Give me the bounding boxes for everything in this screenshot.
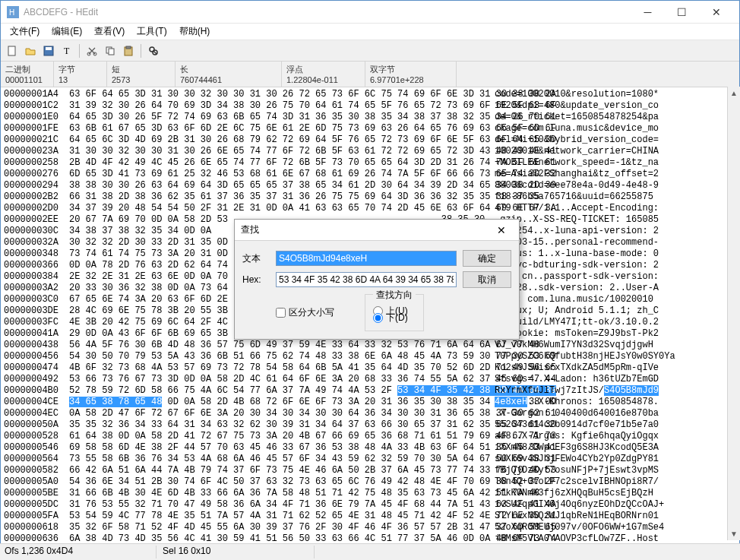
hex-row[interactable]: 000000045654 30 50 70 79 53 5A 43 36 6B … — [4, 351, 736, 362]
info-binary: 二进制00001101 — [1, 62, 54, 87]
minimize-button[interactable]: ─ — [631, 2, 665, 23]
copy-icon[interactable] — [102, 43, 119, 59]
dialog-titlebar[interactable]: 查找 ✕ — [235, 220, 519, 241]
hex-row[interactable]: 000000061835 32 6F 58 71 52 4F 4D 45 55 … — [4, 522, 736, 533]
dialog-title: 查找 — [241, 223, 490, 236]
hex-row[interactable]: 00000005FA53 54 59 4C 77 78 4E 35 51 7A … — [4, 511, 736, 522]
window-title: ABCDEFG - HEdit — [24, 7, 98, 17]
hex-row[interactable]: 000000023A31 30 30 32 30 30 31 30 26 6E … — [4, 146, 736, 157]
svg-text:T: T — [64, 46, 70, 56]
app-icon: H — [7, 6, 19, 18]
hex-row[interactable]: 00000004B052 78 59 72 6D 58 66 75 4A 6C … — [4, 385, 736, 397]
titlebar: H ABCDEFG - HEdit ─ ☐ ✕ — [1, 1, 739, 24]
paste-icon[interactable] — [120, 43, 137, 59]
vertical-scrollbar[interactable]: ▲ ▼ — [727, 87, 740, 540]
info-bar: 二进制00001101 字节13 短2573 长760744461 浮点1.22… — [1, 62, 739, 87]
info-long: 长760744461 — [176, 62, 282, 87]
menu-help[interactable]: 帮助(H) — [173, 24, 217, 40]
hex-row[interactable]: 000000021C64 65 6C 3D 4D 69 2B 31 30 26 … — [4, 134, 736, 146]
close-button[interactable]: ✕ — [699, 2, 733, 23]
hex-row[interactable]: 00000005DC31 76 53 55 32 71 70 47 49 58 … — [4, 499, 736, 511]
hex-row[interactable]: 00000001E064 65 3D 30 26 5F 72 74 69 63 … — [4, 112, 736, 123]
find-hex-label: Hex: — [242, 274, 276, 285]
dialog-close-button[interactable]: ✕ — [490, 222, 513, 239]
hex-row[interactable]: 00000001C231 39 32 30 26 64 70 69 3D 34 … — [4, 100, 736, 112]
info-double: 双字节6.97701e+228 — [365, 62, 457, 87]
find-hex-input[interactable] — [276, 272, 457, 287]
hex-row[interactable]: 00000004CE34 65 38 78 65 48 0D 0A 58 2D … — [4, 397, 736, 408]
menubar: 文件(F) 编辑(E) 查看(V) 工具(T) 帮助(H) — [1, 24, 739, 40]
find-cancel-button[interactable]: 取消 — [463, 271, 511, 288]
svg-rect-4 — [46, 47, 52, 50]
hex-row[interactable]: 00000005A054 36 6E 34 51 2B 30 74 6F 4C … — [4, 476, 736, 488]
hex-row[interactable]: 000000056473 55 58 6B 36 76 34 53 4A 68 … — [4, 454, 736, 465]
scroll-up-arrow[interactable]: ▲ — [728, 87, 740, 100]
hex-row[interactable]: 00000001FE63 6B 61 67 65 3D 63 6F 6D 2E … — [4, 123, 736, 134]
hex-row[interactable]: 00000005BE31 66 6B 4B 30 4E 6D 4B 33 66 … — [4, 488, 736, 499]
hex-row[interactable]: 00000004744B 6F 32 73 68 4A 53 57 69 73 … — [4, 362, 736, 374]
find-ok-button[interactable]: 确定 — [463, 250, 511, 267]
open-file-icon[interactable] — [22, 43, 39, 59]
find-text-input[interactable] — [276, 251, 457, 266]
hex-row[interactable]: 00000004EC0A 58 2D 47 6F 72 67 6F 6E 3A … — [4, 408, 736, 419]
hex-row[interactable]: 000000052861 64 38 0D 0A 58 2D 41 72 67 … — [4, 431, 736, 442]
info-byte: 字节13 — [54, 62, 107, 87]
svg-rect-11 — [126, 46, 131, 49]
svg-rect-2 — [8, 46, 15, 55]
hex-row[interactable]: 00000002B266 31 38 2D 38 36 62 35 61 37 … — [4, 191, 736, 203]
svg-text:H: H — [9, 8, 14, 17]
hex-row[interactable]: 000000054669 58 58 6D 4E 38 2F 44 57 70 … — [4, 442, 736, 454]
menu-view[interactable]: 查看(V) — [88, 24, 131, 40]
status-offset: Ofs 1,236 0x4D4 — [5, 546, 157, 558]
scroll-down-arrow[interactable]: ▼ — [728, 527, 740, 540]
maximize-button[interactable]: ☐ — [665, 2, 699, 23]
find-dialog: 查找 ✕ 文本 确定 Hex: 取消 区分大小写 查找方向 上(U) 下(D) — [234, 219, 520, 340]
menu-tools[interactable]: 工具(T) — [131, 24, 172, 40]
menu-file[interactable]: 文件(F) — [4, 24, 46, 40]
hex-row[interactable]: 000000043856 4A 5F 76 30 6B 4D 48 36 57 … — [4, 340, 736, 351]
status-selection: Sel 16 0x10 — [163, 546, 315, 558]
text-mode-icon[interactable]: T — [59, 43, 75, 59]
hex-row[interactable]: 00000006366A 38 4D 73 4D 35 56 4C 41 30 … — [4, 533, 736, 541]
find-icon[interactable] — [145, 43, 162, 59]
info-float: 浮点1.22804e-011 — [282, 62, 365, 87]
hex-row[interactable]: 00000002D034 37 39 20 48 54 54 50 2F 31 … — [4, 203, 736, 214]
svg-line-13 — [153, 51, 157, 54]
hex-row[interactable]: 000000058266 42 6A 51 6A 44 7A 4B 79 74 … — [4, 465, 736, 476]
toolbar: T — [1, 40, 739, 62]
direction-down-radio[interactable]: 下(D) — [373, 312, 416, 324]
hex-row[interactable]: 00000001A463 6F 64 65 3D 31 30 30 32 30 … — [4, 89, 736, 100]
info-short: 短2573 — [107, 62, 176, 87]
new-file-icon[interactable] — [4, 43, 21, 59]
hex-row[interactable]: 00000002766D 65 3D 41 73 69 61 25 32 46 … — [4, 169, 736, 180]
svg-rect-9 — [109, 49, 114, 55]
find-text-label: 文本 — [242, 252, 276, 265]
hex-row[interactable]: 000000050A35 35 32 36 34 33 64 31 34 63 … — [4, 419, 736, 431]
hex-row[interactable]: 000000049253 66 73 76 67 73 3D 0D 0A 58 … — [4, 374, 736, 385]
statusbar: Ofs 1,236 0x4D4 Sel 16 0x10 — [0, 543, 740, 560]
save-icon[interactable] — [40, 43, 57, 59]
match-case-checkbox[interactable]: 区分大小写 — [276, 294, 334, 331]
search-direction-group: 查找方向 上(U) 下(D) — [365, 294, 424, 331]
menu-edit[interactable]: 编辑(E) — [46, 24, 88, 40]
cut-icon[interactable] — [84, 43, 100, 59]
hex-row[interactable]: 000000029438 38 30 30 26 63 64 69 64 3D … — [4, 180, 736, 191]
hex-row[interactable]: 00000002582B 4D 4F 42 49 4C 45 26 6E 65 … — [4, 157, 736, 169]
